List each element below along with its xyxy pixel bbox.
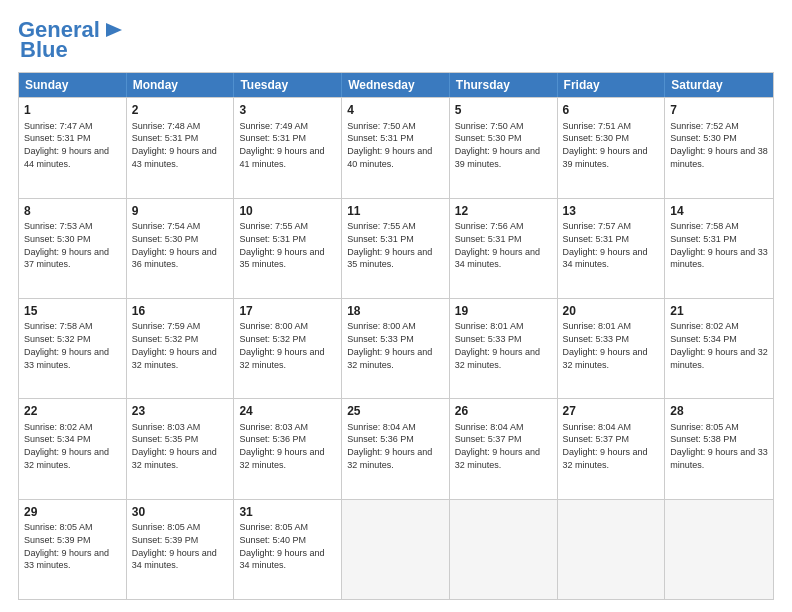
day-info: Sunrise: 8:05 AMSunset: 5:40 PMDaylight:…: [239, 522, 324, 570]
day-info: Sunrise: 8:02 AMSunset: 5:34 PMDaylight:…: [24, 422, 109, 470]
day-cell-14: 14 Sunrise: 7:58 AMSunset: 5:31 PMDaylig…: [665, 199, 773, 298]
day-cell-8: 8 Sunrise: 7:53 AMSunset: 5:30 PMDayligh…: [19, 199, 127, 298]
day-info: Sunrise: 8:03 AMSunset: 5:36 PMDaylight:…: [239, 422, 324, 470]
day-info: Sunrise: 7:50 AMSunset: 5:31 PMDaylight:…: [347, 121, 432, 169]
day-number: 27: [563, 403, 660, 419]
weekday-header-sunday: Sunday: [19, 73, 127, 97]
day-cell-24: 24 Sunrise: 8:03 AMSunset: 5:36 PMDaylig…: [234, 399, 342, 498]
day-cell-21: 21 Sunrise: 8:02 AMSunset: 5:34 PMDaylig…: [665, 299, 773, 398]
day-number: 16: [132, 303, 229, 319]
calendar-row-2: 8 Sunrise: 7:53 AMSunset: 5:30 PMDayligh…: [19, 198, 773, 298]
logo-text2: Blue: [20, 38, 68, 62]
day-info: Sunrise: 7:51 AMSunset: 5:30 PMDaylight:…: [563, 121, 648, 169]
day-info: Sunrise: 7:53 AMSunset: 5:30 PMDaylight:…: [24, 221, 109, 269]
calendar-row-1: 1 Sunrise: 7:47 AMSunset: 5:31 PMDayligh…: [19, 97, 773, 197]
day-number: 14: [670, 203, 768, 219]
day-info: Sunrise: 8:01 AMSunset: 5:33 PMDaylight:…: [455, 321, 540, 369]
day-info: Sunrise: 8:00 AMSunset: 5:32 PMDaylight:…: [239, 321, 324, 369]
day-cell-1: 1 Sunrise: 7:47 AMSunset: 5:31 PMDayligh…: [19, 98, 127, 197]
day-cell-5: 5 Sunrise: 7:50 AMSunset: 5:30 PMDayligh…: [450, 98, 558, 197]
day-cell-16: 16 Sunrise: 7:59 AMSunset: 5:32 PMDaylig…: [127, 299, 235, 398]
day-cell-12: 12 Sunrise: 7:56 AMSunset: 5:31 PMDaylig…: [450, 199, 558, 298]
day-number: 11: [347, 203, 444, 219]
day-number: 31: [239, 504, 336, 520]
day-info: Sunrise: 7:52 AMSunset: 5:30 PMDaylight:…: [670, 121, 768, 169]
day-number: 30: [132, 504, 229, 520]
day-cell-17: 17 Sunrise: 8:00 AMSunset: 5:32 PMDaylig…: [234, 299, 342, 398]
day-cell-7: 7 Sunrise: 7:52 AMSunset: 5:30 PMDayligh…: [665, 98, 773, 197]
day-cell-26: 26 Sunrise: 8:04 AMSunset: 5:37 PMDaylig…: [450, 399, 558, 498]
calendar-row-5: 29 Sunrise: 8:05 AMSunset: 5:39 PMDaylig…: [19, 499, 773, 599]
day-cell-27: 27 Sunrise: 8:04 AMSunset: 5:37 PMDaylig…: [558, 399, 666, 498]
day-info: Sunrise: 8:04 AMSunset: 5:37 PMDaylight:…: [563, 422, 648, 470]
day-info: Sunrise: 7:47 AMSunset: 5:31 PMDaylight:…: [24, 121, 109, 169]
day-cell-10: 10 Sunrise: 7:55 AMSunset: 5:31 PMDaylig…: [234, 199, 342, 298]
weekday-header-tuesday: Tuesday: [234, 73, 342, 97]
day-number: 2: [132, 102, 229, 118]
empty-cell: [342, 500, 450, 599]
calendar-body: 1 Sunrise: 7:47 AMSunset: 5:31 PMDayligh…: [19, 97, 773, 599]
day-number: 4: [347, 102, 444, 118]
day-number: 20: [563, 303, 660, 319]
day-cell-9: 9 Sunrise: 7:54 AMSunset: 5:30 PMDayligh…: [127, 199, 235, 298]
day-info: Sunrise: 8:05 AMSunset: 5:39 PMDaylight:…: [24, 522, 109, 570]
day-cell-18: 18 Sunrise: 8:00 AMSunset: 5:33 PMDaylig…: [342, 299, 450, 398]
day-number: 13: [563, 203, 660, 219]
day-info: Sunrise: 8:00 AMSunset: 5:33 PMDaylight:…: [347, 321, 432, 369]
day-cell-13: 13 Sunrise: 7:57 AMSunset: 5:31 PMDaylig…: [558, 199, 666, 298]
day-cell-6: 6 Sunrise: 7:51 AMSunset: 5:30 PMDayligh…: [558, 98, 666, 197]
day-cell-30: 30 Sunrise: 8:05 AMSunset: 5:39 PMDaylig…: [127, 500, 235, 599]
day-info: Sunrise: 8:05 AMSunset: 5:39 PMDaylight:…: [132, 522, 217, 570]
day-cell-29: 29 Sunrise: 8:05 AMSunset: 5:39 PMDaylig…: [19, 500, 127, 599]
day-cell-2: 2 Sunrise: 7:48 AMSunset: 5:31 PMDayligh…: [127, 98, 235, 197]
day-number: 8: [24, 203, 121, 219]
day-info: Sunrise: 8:03 AMSunset: 5:35 PMDaylight:…: [132, 422, 217, 470]
weekday-header-monday: Monday: [127, 73, 235, 97]
day-cell-28: 28 Sunrise: 8:05 AMSunset: 5:38 PMDaylig…: [665, 399, 773, 498]
day-info: Sunrise: 7:50 AMSunset: 5:30 PMDaylight:…: [455, 121, 540, 169]
day-number: 7: [670, 102, 768, 118]
day-number: 10: [239, 203, 336, 219]
day-info: Sunrise: 7:55 AMSunset: 5:31 PMDaylight:…: [347, 221, 432, 269]
day-info: Sunrise: 8:05 AMSunset: 5:38 PMDaylight:…: [670, 422, 768, 470]
day-info: Sunrise: 7:54 AMSunset: 5:30 PMDaylight:…: [132, 221, 217, 269]
day-cell-4: 4 Sunrise: 7:50 AMSunset: 5:31 PMDayligh…: [342, 98, 450, 197]
day-number: 21: [670, 303, 768, 319]
logo: General Blue: [18, 18, 124, 62]
calendar-row-4: 22 Sunrise: 8:02 AMSunset: 5:34 PMDaylig…: [19, 398, 773, 498]
day-cell-11: 11 Sunrise: 7:55 AMSunset: 5:31 PMDaylig…: [342, 199, 450, 298]
day-number: 28: [670, 403, 768, 419]
day-number: 22: [24, 403, 121, 419]
day-number: 26: [455, 403, 552, 419]
day-info: Sunrise: 8:04 AMSunset: 5:36 PMDaylight:…: [347, 422, 432, 470]
empty-cell: [450, 500, 558, 599]
day-info: Sunrise: 7:58 AMSunset: 5:31 PMDaylight:…: [670, 221, 768, 269]
day-number: 15: [24, 303, 121, 319]
empty-cell: [665, 500, 773, 599]
day-number: 5: [455, 102, 552, 118]
day-cell-20: 20 Sunrise: 8:01 AMSunset: 5:33 PMDaylig…: [558, 299, 666, 398]
day-cell-3: 3 Sunrise: 7:49 AMSunset: 5:31 PMDayligh…: [234, 98, 342, 197]
empty-cell: [558, 500, 666, 599]
day-cell-22: 22 Sunrise: 8:02 AMSunset: 5:34 PMDaylig…: [19, 399, 127, 498]
header: General Blue: [18, 18, 774, 62]
day-info: Sunrise: 7:57 AMSunset: 5:31 PMDaylight:…: [563, 221, 648, 269]
day-info: Sunrise: 7:49 AMSunset: 5:31 PMDaylight:…: [239, 121, 324, 169]
weekday-header-friday: Friday: [558, 73, 666, 97]
svg-marker-0: [106, 23, 122, 37]
weekday-header-wednesday: Wednesday: [342, 73, 450, 97]
day-number: 12: [455, 203, 552, 219]
day-number: 23: [132, 403, 229, 419]
day-info: Sunrise: 7:59 AMSunset: 5:32 PMDaylight:…: [132, 321, 217, 369]
day-number: 17: [239, 303, 336, 319]
day-info: Sunrise: 7:58 AMSunset: 5:32 PMDaylight:…: [24, 321, 109, 369]
day-number: 29: [24, 504, 121, 520]
day-cell-19: 19 Sunrise: 8:01 AMSunset: 5:33 PMDaylig…: [450, 299, 558, 398]
logo-arrow-icon: [102, 21, 124, 39]
day-cell-31: 31 Sunrise: 8:05 AMSunset: 5:40 PMDaylig…: [234, 500, 342, 599]
day-number: 18: [347, 303, 444, 319]
page: General Blue SundayMondayTuesdayWednesda…: [0, 0, 792, 612]
day-info: Sunrise: 8:01 AMSunset: 5:33 PMDaylight:…: [563, 321, 648, 369]
day-number: 9: [132, 203, 229, 219]
weekday-header-thursday: Thursday: [450, 73, 558, 97]
